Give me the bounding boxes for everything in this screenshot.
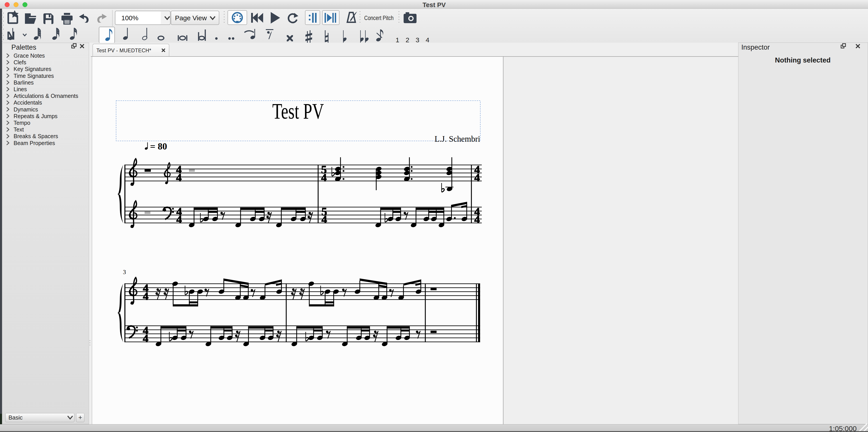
svg-text:Inspector: Inspector [741,43,770,51]
svg-text:L.J. Schembri: L.J. Schembri [435,134,480,143]
svg-text:Beam Properties: Beam Properties [13,140,55,146]
svg-text:Tempo: Tempo [13,120,30,126]
svg-text:4: 4 [176,171,182,184]
svg-text:3: 3 [123,269,126,275]
svg-text:Repeats & Jumps: Repeats & Jumps [13,113,57,119]
svg-text:4: 4 [474,171,480,184]
svg-text:Dynamics: Dynamics [13,106,38,112]
svg-text:4: 4 [143,332,149,344]
svg-text:4: 4 [143,290,149,302]
svg-text:4: 4 [321,213,327,226]
svg-text:Text: Text [13,126,24,133]
svg-text:Nothing selected: Nothing selected [775,56,831,64]
svg-text:Test PV: Test PV [272,99,324,124]
svg-text:4: 4 [321,171,327,184]
svg-text:Accidentals: Accidentals [13,99,42,106]
svg-text:= 80: = 80 [150,141,167,152]
svg-text:4: 4 [474,213,480,226]
svg-text:Breaks & Spacers: Breaks & Spacers [13,133,58,139]
svg-text:Articulations & Ornaments: Articulations & Ornaments [13,93,78,99]
svg-text:4: 4 [176,213,182,226]
